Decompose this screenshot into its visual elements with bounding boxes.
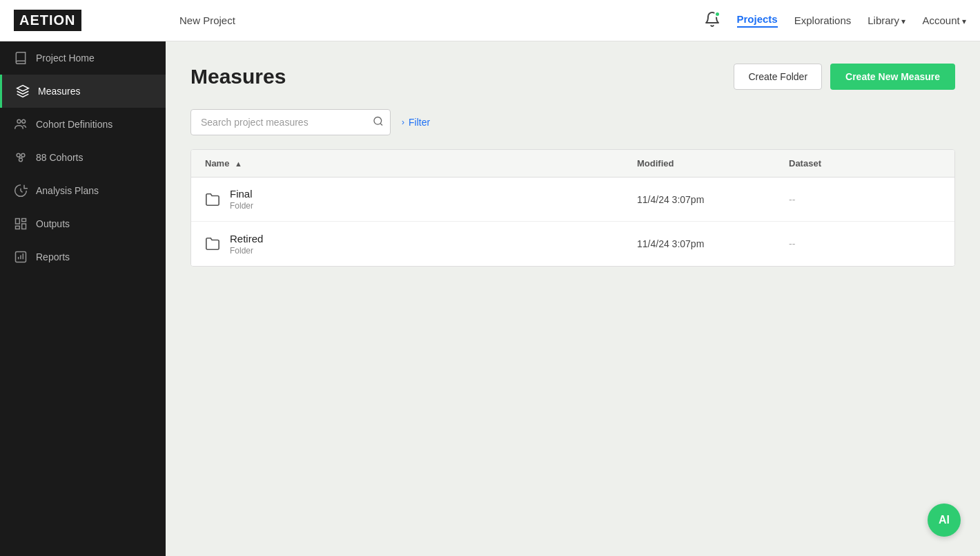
svg-point-2 xyxy=(17,153,20,157)
col-modified-header: Modified xyxy=(637,158,789,169)
book-icon xyxy=(14,51,28,65)
table-row[interactable]: Final Folder 11/4/24 3:07pm -- xyxy=(191,178,954,222)
brand: AETION xyxy=(14,10,179,31)
col-name-header[interactable]: Name ▲ xyxy=(205,158,637,169)
row-name-details: Final Folder xyxy=(230,188,253,211)
create-folder-button[interactable]: Create Folder xyxy=(734,64,822,90)
row-dataset: -- xyxy=(789,238,941,249)
svg-line-16 xyxy=(380,124,382,126)
row-item-name: Retired xyxy=(230,233,263,245)
sidebar: Project Home Measures Cohort Definitions xyxy=(0,41,166,556)
svg-rect-7 xyxy=(16,219,20,224)
page-header: Measures Create Folder Create New Measur… xyxy=(190,64,955,90)
logo: AETION xyxy=(14,10,81,31)
sidebar-item-analysis-plans[interactable]: Analysis Plans xyxy=(0,174,166,207)
row-name-col: Final Folder xyxy=(205,188,637,211)
search-button[interactable] xyxy=(373,116,384,129)
sidebar-label-measures: Measures xyxy=(38,86,80,97)
svg-point-3 xyxy=(21,153,25,157)
sort-arrow-icon: ▲ xyxy=(235,160,242,168)
sidebar-label-cohort-definitions: Cohort Definitions xyxy=(36,119,112,130)
filter-label: Filter xyxy=(409,117,430,128)
svg-point-1 xyxy=(22,119,26,123)
row-name-details: Retired Folder xyxy=(230,233,263,256)
sidebar-item-measures[interactable]: Measures xyxy=(0,75,166,108)
cohorts-icon xyxy=(14,151,28,164)
table-header: Name ▲ Modified Dataset xyxy=(191,150,954,178)
nav-account[interactable]: Account xyxy=(922,15,966,26)
search-icon xyxy=(373,116,384,127)
row-item-name: Final xyxy=(230,188,253,200)
layout: Project Home Measures Cohort Definitions xyxy=(0,41,980,556)
svg-point-15 xyxy=(374,117,382,125)
svg-line-6 xyxy=(21,157,23,158)
row-modified: 11/4/24 3:07pm xyxy=(637,194,789,205)
folder-icon xyxy=(205,236,220,251)
svg-point-4 xyxy=(19,158,23,162)
search-box xyxy=(190,109,391,135)
page-title: Measures xyxy=(190,65,286,88)
svg-rect-9 xyxy=(22,224,26,229)
svg-point-0 xyxy=(17,119,21,123)
nav-explorations[interactable]: Explorations xyxy=(794,15,852,26)
filter-button[interactable]: › Filter xyxy=(402,117,430,128)
topnav-right: Projects Explorations Library Account xyxy=(704,11,967,30)
cohort-def-icon xyxy=(14,117,28,131)
sidebar-label-outputs: Outputs xyxy=(36,218,70,229)
sidebar-item-cohorts[interactable]: 88 Cohorts xyxy=(0,141,166,174)
sidebar-item-outputs[interactable]: Outputs xyxy=(0,207,166,240)
ai-badge[interactable]: AI xyxy=(928,504,961,537)
notifications-bell[interactable] xyxy=(704,11,721,30)
svg-rect-10 xyxy=(16,226,20,229)
nav-projects[interactable]: Projects xyxy=(737,13,778,28)
row-modified: 11/4/24 3:07pm xyxy=(637,238,789,249)
col-dataset-header: Dataset xyxy=(789,158,941,169)
measures-table: Name ▲ Modified Dataset Final Folder xyxy=(190,149,955,267)
sidebar-label-reports: Reports xyxy=(36,251,70,262)
folder-icon xyxy=(205,192,220,207)
measures-icon xyxy=(16,84,30,98)
reports-icon xyxy=(14,250,28,264)
row-name-col: Retired Folder xyxy=(205,233,637,256)
sidebar-label-analysis-plans: Analysis Plans xyxy=(36,185,99,196)
search-input[interactable] xyxy=(190,109,391,135)
sidebar-item-project-home[interactable]: Project Home xyxy=(0,41,166,75)
table-row[interactable]: Retired Folder 11/4/24 3:07pm -- xyxy=(191,222,954,266)
header-actions: Create Folder Create New Measure xyxy=(734,64,955,90)
svg-rect-8 xyxy=(22,219,26,222)
outputs-icon xyxy=(14,217,28,231)
sidebar-item-cohort-definitions[interactable]: Cohort Definitions xyxy=(0,108,166,141)
project-name: New Project xyxy=(179,15,704,26)
row-dataset: -- xyxy=(789,194,941,205)
main-content: Measures Create Folder Create New Measur… xyxy=(166,41,980,556)
sidebar-label-cohorts: 88 Cohorts xyxy=(36,152,83,163)
row-item-type: Folder xyxy=(230,201,253,211)
svg-line-5 xyxy=(19,157,21,158)
notification-dot xyxy=(714,11,721,17)
filter-chevron-icon: › xyxy=(402,117,404,127)
sidebar-item-reports[interactable]: Reports xyxy=(0,240,166,274)
analysis-plans-icon xyxy=(14,184,28,198)
nav-library[interactable]: Library xyxy=(868,15,905,26)
sidebar-label-project-home: Project Home xyxy=(36,52,95,64)
topnav: AETION New Project Projects Explorations… xyxy=(0,0,980,41)
row-item-type: Folder xyxy=(230,246,263,256)
search-row: › Filter xyxy=(190,109,955,135)
create-new-measure-button[interactable]: Create New Measure xyxy=(830,64,955,90)
